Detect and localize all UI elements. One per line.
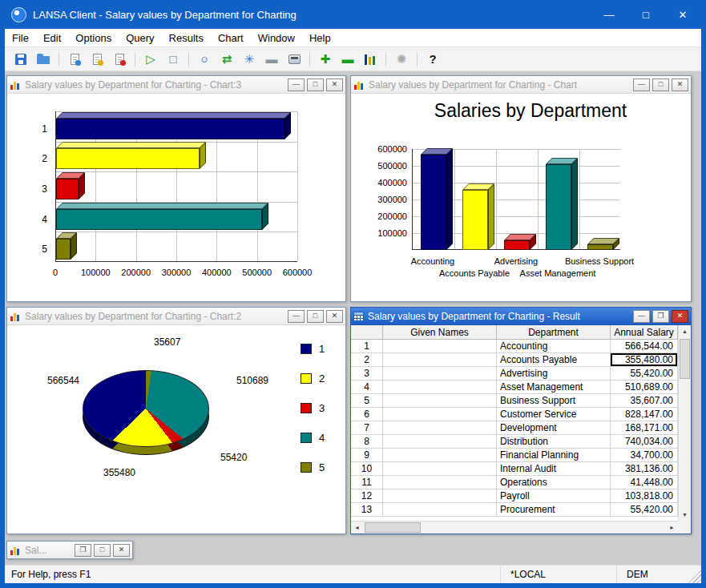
table-cell[interactable]: Customer Service	[497, 408, 611, 421]
menu-item-options[interactable]: Options	[68, 29, 119, 47]
title-bar[interactable]: LANSA Client - Salary values by Departme…	[5, 0, 701, 29]
scroll-up-button[interactable]: ▲	[679, 325, 691, 337]
row-number-cell[interactable]: 11	[351, 476, 383, 489]
chart2-minimize-button[interactable]: —	[288, 310, 305, 323]
table-cell[interactable]: 55,420.00	[611, 367, 678, 381]
table-cell[interactable]	[383, 435, 497, 449]
close-button[interactable]: ✕	[664, 0, 701, 29]
chart3-minimize-button[interactable]: —	[288, 79, 305, 91]
row-number-cell[interactable]: 9	[351, 449, 383, 462]
minimized-window-titlebar[interactable]: Sal... ❐ □ ✕	[7, 542, 132, 558]
chart3-titlebar[interactable]: Salary values by Department for Charting…	[7, 76, 345, 94]
open-button[interactable]	[33, 50, 54, 69]
table-cell[interactable]	[383, 408, 497, 421]
table-cell[interactable]: 381,136.00	[611, 462, 678, 476]
row-number-cell[interactable]: 3	[351, 367, 383, 381]
table-cell[interactable]: 566,544.00	[611, 340, 678, 353]
row-number-cell[interactable]: 7	[351, 421, 383, 435]
column-header-annual-salary[interactable]: Annual Salary	[611, 325, 678, 340]
chart1-titlebar[interactable]: Salary values by Department for Charting…	[351, 76, 691, 94]
horizontal-scroll-thumb[interactable]	[365, 522, 421, 533]
row-number-cell[interactable]: 2	[351, 353, 383, 367]
chart-books-button[interactable]	[360, 50, 381, 69]
server-button[interactable]	[284, 50, 305, 69]
table-cell[interactable]	[383, 449, 497, 462]
table-cell[interactable]: Payroll	[497, 489, 611, 503]
row-number-cell[interactable]: 13	[351, 503, 383, 517]
table-cell[interactable]: 41,448.00	[611, 476, 678, 489]
menu-item-file[interactable]: File	[5, 29, 36, 47]
table-cell[interactable]: Procurement	[497, 503, 611, 517]
menu-item-query[interactable]: Query	[119, 29, 161, 47]
minimized-close-button[interactable]: ✕	[113, 544, 130, 557]
chart1-maximize-button[interactable]: □	[652, 79, 669, 91]
table-cell[interactable]	[383, 421, 497, 435]
vertical-scroll-thumb[interactable]	[680, 339, 690, 379]
minimized-restore-button[interactable]: ❐	[75, 544, 91, 557]
scroll-left-button[interactable]: ◄	[351, 522, 363, 534]
table-cell[interactable]: Asset Management	[497, 381, 611, 394]
result-minimize-button[interactable]: —	[633, 310, 650, 323]
row-number-cell[interactable]: 5	[351, 394, 383, 408]
edit-query-document-button[interactable]	[87, 50, 107, 69]
table-cell[interactable]	[383, 476, 497, 489]
stop-button[interactable]: □	[163, 50, 184, 69]
refresh-arrows-button[interactable]: ⇄	[216, 50, 237, 69]
table-row[interactable]: 5Business Support35,607.00	[351, 394, 678, 408]
row-number-cell[interactable]: 8	[351, 435, 383, 449]
play-button[interactable]: ▷	[140, 50, 161, 69]
remove-button[interactable]: ▬	[337, 50, 358, 69]
table-cell[interactable]: 828,147.00	[611, 408, 678, 421]
table-cell[interactable]: Financial Planning	[497, 449, 611, 462]
collapse-bar-button[interactable]: ▬	[261, 50, 282, 69]
table-cell[interactable]: Distribution	[497, 435, 611, 449]
table-row[interactable]: 4Asset Management510,689.00	[351, 381, 678, 394]
table-row[interactable]: 13Procurement55,420.00	[351, 503, 678, 517]
row-number-cell[interactable]: 6	[351, 408, 383, 421]
table-cell[interactable]: 355,480.00	[611, 353, 678, 367]
chart2-close-button[interactable]: ✕	[326, 310, 343, 323]
table-cell[interactable]: 55,420.00	[611, 503, 678, 517]
gears-button[interactable]: ✺	[391, 50, 412, 69]
scroll-down-button[interactable]: ▼	[679, 509, 691, 521]
table-cell[interactable]: 168,171.00	[611, 421, 678, 435]
table-cell[interactable]: Business Support	[497, 394, 611, 408]
table-row[interactable]: 10Internal Audit381,136.00	[351, 462, 678, 476]
chart3-close-button[interactable]: ✕	[326, 79, 343, 91]
table-cell[interactable]	[383, 394, 497, 408]
result-close-button[interactable]: ✕	[672, 310, 688, 323]
row-number-cell[interactable]: 1	[351, 340, 383, 353]
table-row[interactable]: 8Distribution740,034.00	[351, 435, 678, 449]
table-cell[interactable]	[383, 367, 497, 381]
table-row[interactable]: 6Customer Service828,147.00	[351, 408, 678, 421]
row-number-cell[interactable]: 12	[351, 489, 383, 503]
table-cell[interactable]	[383, 353, 497, 367]
table-row[interactable]: 11Operations41,448.00	[351, 476, 678, 489]
maximize-button[interactable]: □	[627, 0, 664, 29]
run-query-document-button[interactable]	[109, 50, 130, 69]
menu-item-chart[interactable]: Chart	[211, 29, 251, 47]
new-query-document-button[interactable]	[64, 50, 85, 69]
table-row[interactable]: 9Financial Planning34,700.00	[351, 449, 678, 462]
result-restore-button[interactable]: ❐	[652, 310, 669, 323]
result-titlebar[interactable]: Salary values by Department for Charting…	[351, 308, 691, 325]
table-cell[interactable]: Accounting	[497, 340, 611, 353]
scroll-right-button[interactable]: ►	[666, 522, 678, 534]
table-row[interactable]: 2Accounts Payable355,480.00	[351, 353, 678, 367]
table-cell[interactable]: 35,607.00	[611, 394, 678, 408]
table-cell[interactable]: 740,034.00	[611, 435, 678, 449]
table-cell[interactable]: Accounts Payable	[497, 353, 611, 367]
chart2-maximize-button[interactable]: □	[307, 310, 324, 323]
save-button[interactable]	[10, 50, 31, 69]
menu-item-help[interactable]: Help	[302, 29, 338, 47]
table-row[interactable]: 12Payroll103,818.00	[351, 489, 678, 503]
chart2-titlebar[interactable]: Salary values by Department for Charting…	[7, 308, 345, 325]
chart3-maximize-button[interactable]: □	[307, 79, 324, 91]
table-row[interactable]: 3Advertising55,420.00	[351, 367, 678, 381]
chart1-close-button[interactable]: ✕	[672, 79, 688, 91]
menu-item-results[interactable]: Results	[162, 29, 211, 47]
table-cell[interactable]: Internal Audit	[497, 462, 611, 476]
menu-item-edit[interactable]: Edit	[36, 29, 68, 47]
table-row[interactable]: 7Development168,171.00	[351, 421, 678, 435]
chart1-minimize-button[interactable]: —	[633, 79, 650, 91]
